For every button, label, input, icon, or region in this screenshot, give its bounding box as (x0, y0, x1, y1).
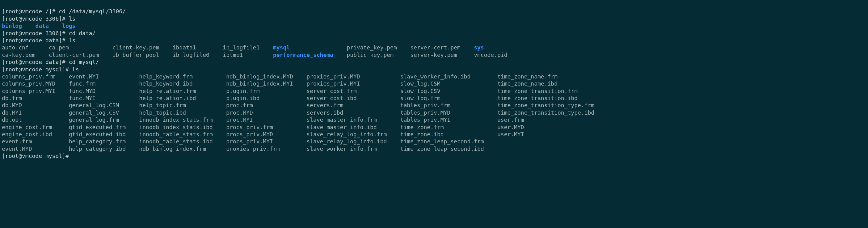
file-entry: time_zone_leap_second.frm (400, 138, 484, 144)
shell-prompt: [root@vmcode 3306]# (2, 15, 69, 22)
file-entry: event.MYD (2, 145, 32, 152)
file-entry: time_zone.ibd (400, 131, 444, 137)
ls-output-row: columns_priv.frm event.MYI help_keyword.… (2, 73, 866, 80)
file-entry: procs_priv.MYD (226, 131, 273, 137)
file-entry: general_log.CSV (69, 109, 119, 116)
file-entry: db.MYD (2, 102, 22, 108)
file-entry: innodb_index_stats.ibd (139, 124, 213, 130)
file-entry: slave_worker_info.ibd (400, 73, 471, 80)
file-entry: server-key.pem (410, 52, 457, 58)
file-entry: help_relation.ibd (139, 95, 196, 101)
file-entry: help_topic.frm (139, 102, 186, 108)
typed-command: ls (72, 66, 79, 73)
command-line[interactable]: [root@vmcode data]# ls (2, 37, 866, 44)
ls-output-row: event.frm help_category.frm innodb_table… (2, 138, 866, 145)
file-entry: slow_log.frm (400, 95, 440, 101)
file-entry: ndb_binlog_index.frm (139, 145, 206, 152)
file-entry: help_relation.frm (139, 88, 196, 94)
file-entry: proxies_priv.MYD (306, 73, 360, 80)
file-entry: ndb_binlog_index.MYD (226, 73, 293, 80)
file-entry: func.MYI (69, 95, 96, 101)
file-entry: vmcode.pid (474, 52, 507, 58)
file-entry: server_cost.ibd (306, 95, 357, 101)
command-line[interactable]: [root@vmcode mysql]# (2, 152, 866, 159)
file-entry: time_zone_transition_type.frm (497, 102, 594, 108)
file-entry: slave_master_info.frm (306, 117, 377, 123)
file-entry: help_keyword.frm (139, 73, 192, 80)
cursor (72, 153, 76, 159)
file-entry: slow_log.CSV (400, 88, 440, 94)
ls-output-row: engine_cost.frm gtid_executed.frm innodb… (2, 124, 866, 131)
file-entry: columns_priv.MYD (2, 80, 55, 87)
file-entry: ib_logfile0 (173, 52, 210, 58)
file-entry: ib_buffer_pool (113, 52, 159, 58)
file-entry: engine_cost.frm (2, 124, 52, 130)
ls-output-row: db.MYD general_log.CSM help_topic.frm pr… (2, 102, 866, 109)
file-entry: servers.frm (306, 102, 343, 108)
file-entry: user.frm (497, 117, 524, 123)
file-entry: slave_relay_log_info.ibd (306, 138, 387, 144)
file-entry: ibtmp1 (223, 52, 243, 58)
ls-output-row: auto.cnf ca.pem client-key.pem ibdata1 i… (2, 44, 866, 51)
shell-prompt: [root@vmcode data]# (2, 59, 69, 65)
file-entry: tables_priv.MYI (400, 117, 451, 123)
file-entry: help_category.ibd (69, 145, 126, 152)
typed-command: cd data/ (69, 30, 96, 36)
shell-prompt: [root@vmcode /]# (2, 8, 59, 14)
file-entry: proc.MYD (226, 109, 253, 116)
ls-output-row: db.opt general_log.frm innodb_index_stat… (2, 116, 866, 123)
file-entry: procs_priv.frm (226, 124, 273, 130)
ls-output-row: db.frm func.MYI help_relation.ibd plugin… (2, 95, 866, 102)
file-entry: general_log.CSM (69, 102, 119, 108)
file-entry: proc.frm (226, 102, 253, 108)
file-entry: client-cert.pem (49, 52, 99, 58)
command-line[interactable]: [root@vmcode 3306]# cd data/ (2, 30, 866, 37)
file-entry: ca-key.pem (2, 52, 35, 58)
file-entry: gtid_executed.frm (69, 124, 126, 130)
command-line[interactable]: [root@vmcode mysql]# ls (2, 66, 866, 73)
file-entry: proc.MYI (226, 117, 253, 123)
shell-prompt: [root@vmcode mysql]# (2, 153, 72, 159)
file-entry: time_zone_transition.ibd (497, 95, 578, 101)
shell-prompt: [root@vmcode data]# (2, 37, 69, 43)
directory-entry: data (35, 23, 49, 29)
command-line[interactable]: [root@vmcode data]# cd mysql/ (2, 58, 866, 65)
command-line[interactable]: [root@vmcode 3306]# ls (2, 15, 866, 22)
file-entry: gtid_executed.ibd (69, 131, 126, 137)
file-entry: db.frm (2, 95, 22, 101)
file-entry: time_zone_transition.frm (497, 88, 578, 94)
file-entry: slave_relay_log_info.frm (306, 131, 387, 137)
file-entry: public_key.pem (347, 52, 394, 58)
file-entry: event.frm (2, 138, 32, 144)
file-entry: servers.ibd (306, 109, 343, 116)
file-entry: ndb_binlog_index.MYI (226, 80, 293, 87)
file-entry: func.frm (69, 80, 96, 87)
command-line[interactable]: [root@vmcode /]# cd /data/mysql/3306/ (2, 8, 866, 15)
file-entry: proxies_priv.frm (226, 145, 280, 152)
shell-prompt: [root@vmcode mysql]# (2, 66, 72, 73)
file-entry: time_zone.frm (400, 124, 444, 130)
file-entry: time_zone_name.ibd (497, 80, 558, 87)
file-entry: tables_priv.frm (400, 102, 451, 108)
file-entry: innodb_table_stats.frm (139, 131, 213, 137)
directory-entry: logs (62, 23, 75, 29)
directory-entry: mysql (273, 44, 290, 51)
ls-output-row: db.MYI general_log.CSV help_topic.ibd pr… (2, 109, 866, 116)
file-entry: help_topic.ibd (139, 109, 186, 116)
file-entry: procs_priv.MYI (226, 138, 273, 144)
file-entry: columns_priv.frm (2, 73, 55, 80)
ls-output-row: ca-key.pem client-cert.pem ib_buffer_poo… (2, 51, 866, 58)
directory-entry: performance_schema (273, 52, 333, 58)
ls-output-row: engine_cost.ibd gtid_executed.ibd innodb… (2, 131, 866, 138)
file-entry: help_keyword.ibd (139, 80, 192, 87)
terminal[interactable]: [root@vmcode /]# cd /data/mysql/3306/[ro… (0, 7, 868, 161)
shell-prompt: [root@vmcode 3306]# (2, 30, 69, 36)
file-entry: engine_cost.ibd (2, 131, 52, 137)
file-entry: slow_log.CSM (400, 80, 440, 87)
ls-output-row: event.MYD help_category.ibd ndb_binlog_i… (2, 145, 866, 152)
file-entry: client-key.pem (113, 44, 159, 51)
file-entry: proxies_priv.MYI (306, 80, 360, 87)
file-entry: ib_logfile1 (223, 44, 259, 51)
directory-entry: sys (474, 44, 484, 51)
file-entry: server_cost.frm (306, 88, 357, 94)
